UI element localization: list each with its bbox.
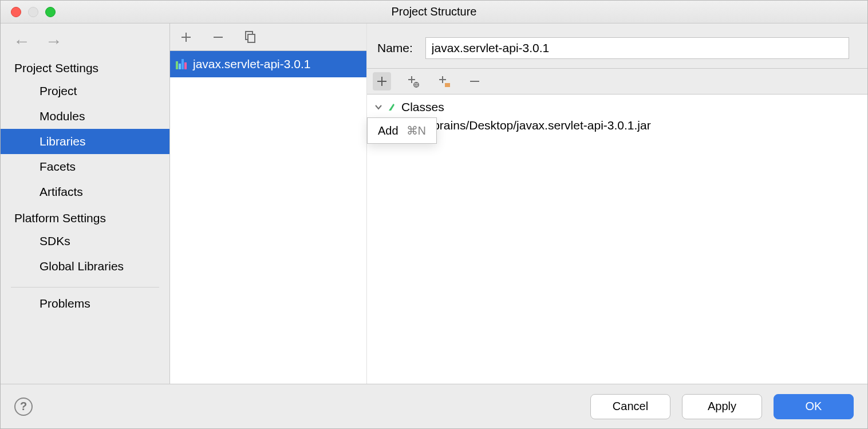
forward-arrow-icon[interactable]: → xyxy=(45,32,62,51)
ok-button[interactable]: OK xyxy=(774,394,854,419)
sidebar-item-modules[interactable]: Modules xyxy=(1,104,169,129)
svg-rect-1 xyxy=(248,34,255,42)
add-popup-label: Add xyxy=(378,124,399,137)
library-list-item[interactable]: javax.servlet-api-3.0.1 xyxy=(170,51,366,77)
window-title: Project Structure xyxy=(1,5,867,18)
remove-root-button[interactable] xyxy=(465,72,484,90)
add-root-button[interactable] xyxy=(373,72,391,90)
sidebar-separator xyxy=(11,287,159,288)
maximize-window-button[interactable] xyxy=(45,7,56,17)
chevron-down-icon xyxy=(374,103,383,112)
ok-label: OK xyxy=(806,400,822,413)
sidebar-item-sdks[interactable]: SDKs xyxy=(1,229,169,254)
library-roots-toolbar xyxy=(367,68,867,95)
close-window-button[interactable] xyxy=(11,7,21,17)
library-detail-pane: Name: xyxy=(367,23,867,384)
plus-globe-icon xyxy=(407,75,419,88)
sidebar-item-problems[interactable]: Problems xyxy=(1,291,169,316)
apply-button[interactable]: Apply xyxy=(682,394,762,419)
name-label: Name: xyxy=(377,41,413,55)
sidebar-item-global-libraries[interactable]: Global Libraries xyxy=(1,254,169,279)
library-icon xyxy=(176,59,187,69)
add-folder-root-button[interactable] xyxy=(435,72,453,90)
classes-icon xyxy=(386,101,398,113)
library-list-toolbar xyxy=(170,23,366,51)
minimize-window-button[interactable] xyxy=(28,7,38,17)
history-nav: ← → xyxy=(1,23,169,54)
library-name-input[interactable] xyxy=(425,37,849,59)
back-arrow-icon[interactable]: ← xyxy=(13,32,30,51)
minus-icon xyxy=(212,32,224,43)
content-area: ← → Project Settings Project Modules Lib… xyxy=(1,23,867,384)
svg-rect-3 xyxy=(445,83,450,87)
copy-library-button[interactable] xyxy=(241,28,259,46)
sidebar-item-artifacts[interactable]: Artifacts xyxy=(1,179,169,204)
library-list-item-label: javax.servlet-api-3.0.1 xyxy=(193,57,310,71)
library-roots-tree[interactable]: Classes ers/jetbrains/Desktop/javax.serv… xyxy=(367,95,867,384)
add-url-root-button[interactable] xyxy=(404,72,422,90)
sidebar-item-facets[interactable]: Facets xyxy=(1,154,169,179)
plus-folder-icon xyxy=(437,75,450,88)
copy-icon xyxy=(244,31,257,44)
cancel-button[interactable]: Cancel xyxy=(590,394,670,419)
sidebar-group-project-settings: Project Settings xyxy=(1,54,169,78)
jar-file-node[interactable]: ers/jetbrains/Desktop/javax.servlet-api-… xyxy=(373,116,867,135)
add-popup-menu: Add ⌘N xyxy=(367,117,437,144)
plus-icon xyxy=(180,32,192,43)
minus-icon xyxy=(469,76,480,87)
sidebar: ← → Project Settings Project Modules Lib… xyxy=(1,23,170,384)
help-button[interactable]: ? xyxy=(14,397,33,416)
plus-icon xyxy=(376,76,388,87)
cancel-label: Cancel xyxy=(613,400,648,413)
add-library-button[interactable] xyxy=(177,28,195,46)
jar-file-path: ers/jetbrains/Desktop/javax.servlet-api-… xyxy=(400,119,651,132)
add-popup-shortcut: ⌘N xyxy=(407,124,426,137)
classes-root-label: Classes xyxy=(401,100,444,114)
remove-library-button[interactable] xyxy=(209,28,227,46)
traffic-lights xyxy=(1,7,56,17)
name-row: Name: xyxy=(367,23,867,68)
sidebar-item-libraries[interactable]: Libraries xyxy=(1,129,169,154)
titlebar: Project Structure xyxy=(1,1,867,23)
apply-label: Apply xyxy=(708,400,736,413)
classes-root-node[interactable]: Classes xyxy=(373,98,867,116)
dialog-footer: ? Cancel Apply OK xyxy=(1,384,867,428)
add-popup-menu-item[interactable]: Add ⌘N xyxy=(368,118,436,143)
sidebar-item-project[interactable]: Project xyxy=(1,78,169,104)
sidebar-group-platform-settings: Platform Settings xyxy=(1,204,169,229)
library-list-pane: javax.servlet-api-3.0.1 xyxy=(170,23,367,384)
